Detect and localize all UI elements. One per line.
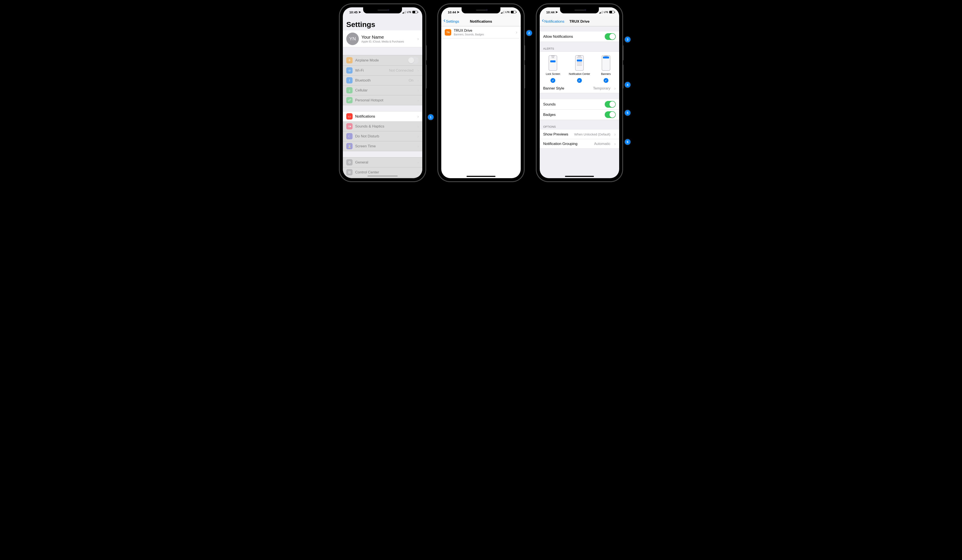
- scroll-indicator: [368, 175, 398, 177]
- phone-1: 10:45 ➤ LTE Settings YN Your Name Apple …: [340, 4, 425, 181]
- group-connectivity: ✈ Airplane Mode ⌯ Wi-Fi Not Connected › …: [343, 55, 422, 105]
- group-notifications: ▭ Notifications › 🕪 Sounds & Haptics › ☾…: [343, 111, 422, 151]
- row-allow-notifications: Allow Notifications: [540, 32, 619, 42]
- phone-3: 10:44 ➤ LTE Notifications TRUX Drive All…: [537, 4, 622, 181]
- chevron-right-icon: ›: [417, 134, 419, 139]
- alert-banners[interactable]: Banners ✓: [593, 55, 619, 83]
- check-icon: ✓: [604, 78, 609, 83]
- hotspot-icon: ☍: [346, 97, 353, 103]
- profile-row[interactable]: YN Your Name Apple ID, iCloud, Media & P…: [343, 31, 422, 47]
- status-time: 10:45: [349, 10, 358, 14]
- notification-center-preview-icon: [575, 55, 584, 71]
- lock-screen-preview-icon: [549, 55, 557, 71]
- alert-notification-center[interactable]: Notification Center ✓: [566, 55, 592, 83]
- row-display[interactable]: AA Display & Brightness ›: [343, 177, 422, 178]
- control-center-icon: ⊞: [346, 169, 353, 175]
- navbar: Notifications TRUX Drive: [540, 17, 619, 26]
- status-time: 10:44: [448, 10, 456, 14]
- row-bluetooth[interactable]: ᚼ Bluetooth On ›: [343, 76, 422, 85]
- callout-4: 4: [625, 82, 630, 88]
- avatar: YN: [346, 32, 359, 45]
- notifications-icon: ▭: [346, 113, 353, 119]
- network-label: LTE: [407, 11, 411, 13]
- gear-icon: ⚙: [346, 159, 353, 166]
- row-wifi[interactable]: ⌯ Wi-Fi Not Connected ›: [343, 66, 422, 76]
- chevron-right-icon: ›: [417, 170, 419, 175]
- bluetooth-icon: ᚼ: [346, 77, 353, 84]
- chevron-right-icon: ›: [614, 132, 616, 137]
- battery-icon: [609, 11, 614, 13]
- row-airplane-mode[interactable]: ✈ Airplane Mode: [343, 55, 422, 66]
- phone-2: 10:44 ➤ LTE Settings Notifications TN TR…: [438, 4, 524, 181]
- profile-name: Your Name: [362, 34, 413, 40]
- row-sounds-haptics[interactable]: 🕪 Sounds & Haptics ›: [343, 121, 422, 131]
- row-dnd[interactable]: ☾ Do Not Disturb ›: [343, 131, 422, 141]
- chevron-right-icon: ›: [417, 98, 419, 103]
- banner-preview-icon: [602, 55, 610, 71]
- callout-3: 3: [625, 37, 630, 42]
- row-hotspot[interactable]: ☍ Personal Hotspot ›: [343, 95, 422, 105]
- wifi-icon: ⌯: [346, 67, 353, 74]
- chevron-right-icon: ›: [417, 160, 419, 165]
- row-notifications[interactable]: ▭ Notifications ›: [343, 111, 422, 121]
- row-notification-grouping[interactable]: Notification Grouping Automatic ›: [540, 139, 619, 149]
- battery-icon: [511, 11, 516, 13]
- check-icon: ✓: [577, 78, 582, 83]
- row-show-previews[interactable]: Show Previews When Unlocked (Default) ›: [540, 130, 619, 139]
- callout-5: 5: [625, 110, 630, 116]
- callout-2: 2: [526, 30, 532, 36]
- chevron-right-icon: ›: [614, 141, 616, 146]
- back-button[interactable]: Settings: [444, 19, 459, 24]
- alert-lock-screen[interactable]: Lock Screen ✓: [540, 55, 566, 83]
- airplane-switch[interactable]: [408, 57, 419, 64]
- notch: [363, 7, 402, 13]
- allow-notifications-switch[interactable]: [605, 33, 616, 40]
- sounds-switch[interactable]: [605, 101, 616, 108]
- battery-icon: [412, 11, 418, 13]
- chevron-right-icon: ›: [417, 78, 419, 83]
- dnd-icon: ☾: [346, 133, 353, 139]
- row-general[interactable]: ⚙ General ›: [343, 157, 422, 167]
- check-icon: ✓: [550, 78, 555, 83]
- notch: [560, 7, 599, 13]
- page-title: Settings: [343, 17, 422, 31]
- chevron-right-icon: ›: [516, 30, 517, 35]
- chevron-right-icon: ›: [417, 144, 419, 149]
- chevron-right-icon: ›: [614, 86, 616, 91]
- chevron-right-icon: ›: [417, 36, 419, 41]
- alerts-header: ALERTS: [540, 42, 619, 51]
- notch: [462, 7, 500, 13]
- sounds-icon: 🕪: [346, 123, 353, 129]
- row-sounds: Sounds: [540, 99, 619, 109]
- signal-icon: [501, 11, 505, 14]
- chevron-left-icon: [542, 19, 544, 24]
- back-button[interactable]: Notifications: [542, 19, 564, 24]
- airplane-icon: ✈: [346, 57, 353, 63]
- callout-1: 1: [428, 114, 434, 120]
- row-banner-style[interactable]: Banner Style Temporary ›: [540, 84, 619, 93]
- navbar: Settings Notifications: [441, 17, 521, 26]
- badges-switch[interactable]: [605, 111, 616, 118]
- home-indicator: [565, 176, 594, 177]
- chevron-right-icon: ›: [417, 68, 419, 73]
- signal-icon: [599, 11, 603, 14]
- chevron-left-icon: [444, 19, 445, 24]
- home-indicator: [466, 176, 496, 177]
- alerts-row: Lock Screen ✓ Notification Center ✓ Bann…: [540, 51, 619, 84]
- chevron-right-icon: ›: [417, 88, 419, 93]
- profile-sub: Apple ID, iCloud, Media & Purchases: [362, 40, 413, 43]
- row-trux-drive[interactable]: TN TRUX Drive Banners, Sounds, Badges ›: [441, 26, 521, 39]
- group-general: ⚙ General › ⊞ Control Center › AA Displa…: [343, 157, 422, 178]
- callout-6: 6: [625, 139, 630, 145]
- trux-app-icon: TN: [445, 29, 451, 35]
- network-label: LTE: [604, 11, 608, 13]
- row-screen-time[interactable]: ⌛ Screen Time ›: [343, 141, 422, 151]
- screentime-icon: ⌛: [346, 143, 353, 149]
- row-cellular[interactable]: ⏚ Cellular ›: [343, 85, 422, 95]
- options-header: OPTIONS: [540, 120, 619, 130]
- row-badges: Badges: [540, 109, 619, 120]
- location-icon: ➤: [358, 10, 361, 14]
- location-icon: ➤: [457, 10, 460, 14]
- cellular-icon: ⏚: [346, 87, 353, 93]
- chevron-right-icon: ›: [417, 124, 419, 129]
